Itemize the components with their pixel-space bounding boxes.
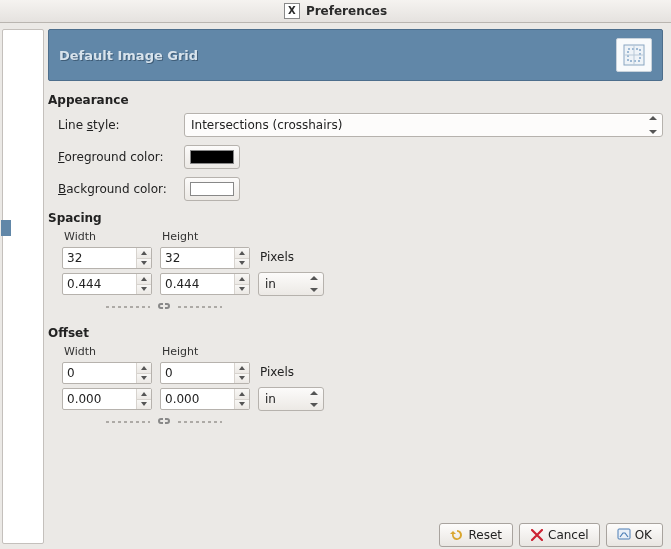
foreground-color-label: Foreground color:: [48, 150, 178, 164]
offset-height-label: Height: [160, 345, 250, 358]
cancel-icon: [530, 528, 544, 542]
reset-icon: [450, 528, 464, 542]
offset-unit-value: in: [265, 392, 276, 406]
offset-heading: Offset: [48, 326, 663, 340]
foreground-color-swatch: [190, 150, 234, 164]
updown-icon: [647, 116, 659, 134]
offset-pixels-label: Pixels: [258, 361, 324, 383]
updown-icon: [309, 276, 319, 292]
chevron-down-icon[interactable]: [239, 287, 245, 291]
spacing-unit-value: in: [265, 277, 276, 291]
line-style-select[interactable]: Intersections (crosshairs): [184, 113, 663, 137]
spacing-height-px-value: 32: [161, 248, 234, 268]
chevron-down-icon[interactable]: [141, 287, 147, 291]
spacing-height-unit-value: 0.444: [161, 274, 234, 294]
ok-icon: [617, 528, 631, 542]
spacing-heading: Spacing: [48, 211, 663, 225]
chain-line: [178, 421, 222, 423]
app-icon: X: [284, 3, 300, 19]
spacing-width-unit-value: 0.444: [63, 274, 136, 294]
spacing-width-unit-input[interactable]: 0.444: [62, 273, 152, 295]
window-title: Preferences: [306, 4, 387, 18]
background-color-label: Background color:: [48, 182, 178, 196]
chain-line: [178, 306, 222, 308]
chevron-down-icon[interactable]: [239, 376, 245, 380]
spacing-width-px-value: 32: [63, 248, 136, 268]
sidebar-selection-indicator: [1, 220, 11, 236]
chevron-up-icon[interactable]: [239, 366, 245, 370]
dialog-button-bar: Reset Cancel OK: [439, 523, 663, 549]
offset-height-px-input[interactable]: 0: [160, 362, 250, 384]
offset-height-px-value: 0: [161, 363, 234, 383]
offset-height-unit-value: 0.000: [161, 389, 234, 409]
offset-width-px-input[interactable]: 0: [62, 362, 152, 384]
line-style-label: Line style:: [48, 118, 178, 132]
offset-unit-combo[interactable]: in: [258, 387, 324, 411]
offset-height-unit-input[interactable]: 0.000: [160, 388, 250, 410]
chevron-up-icon[interactable]: [141, 392, 147, 396]
grid-icon: [616, 38, 652, 72]
chain-line: [106, 306, 150, 308]
chevron-down-icon[interactable]: [141, 402, 147, 406]
spacing-height-label: Height: [160, 230, 250, 243]
ok-button-label: OK: [635, 528, 652, 542]
appearance-heading: Appearance: [48, 93, 663, 107]
svg-rect-4: [618, 529, 630, 539]
chevron-up-icon[interactable]: [141, 366, 147, 370]
cancel-button-label: Cancel: [548, 528, 589, 542]
window-titlebar: X Preferences: [0, 0, 671, 23]
background-color-swatch: [190, 182, 234, 196]
chain-link-icon[interactable]: [156, 415, 172, 429]
spacing-height-px-input[interactable]: 32: [160, 247, 250, 269]
chain-link-icon[interactable]: [156, 300, 172, 314]
line-style-value: Intersections (crosshairs): [191, 118, 342, 132]
chevron-down-icon[interactable]: [141, 376, 147, 380]
ok-button[interactable]: OK: [606, 523, 663, 547]
reset-button-label: Reset: [468, 528, 502, 542]
preferences-sidebar[interactable]: [2, 29, 44, 544]
chevron-down-icon[interactable]: [141, 261, 147, 265]
foreground-color-button[interactable]: [184, 145, 240, 169]
offset-width-unit-input[interactable]: 0.000: [62, 388, 152, 410]
preferences-main-panel: Default Image Grid Appearance Line style…: [48, 23, 671, 549]
panel-title: Default Image Grid: [59, 48, 198, 63]
chain-line: [106, 421, 150, 423]
spacing-width-px-input[interactable]: 32: [62, 247, 152, 269]
spacing-pixels-label: Pixels: [258, 246, 324, 268]
chevron-down-icon[interactable]: [239, 402, 245, 406]
cancel-button[interactable]: Cancel: [519, 523, 600, 547]
spacing-width-label: Width: [62, 230, 152, 243]
reset-button[interactable]: Reset: [439, 523, 513, 547]
offset-width-unit-value: 0.000: [63, 389, 136, 409]
offset-width-px-value: 0: [63, 363, 136, 383]
chevron-up-icon[interactable]: [141, 251, 147, 255]
spacing-height-unit-input[interactable]: 0.444: [160, 273, 250, 295]
chevron-up-icon[interactable]: [239, 251, 245, 255]
chevron-up-icon[interactable]: [239, 277, 245, 281]
panel-header: Default Image Grid: [48, 29, 663, 81]
chevron-up-icon[interactable]: [141, 277, 147, 281]
updown-icon: [309, 391, 319, 407]
spacing-unit-combo[interactable]: in: [258, 272, 324, 296]
background-color-button[interactable]: [184, 177, 240, 201]
chevron-down-icon[interactable]: [239, 261, 245, 265]
offset-width-label: Width: [62, 345, 152, 358]
chevron-up-icon[interactable]: [239, 392, 245, 396]
